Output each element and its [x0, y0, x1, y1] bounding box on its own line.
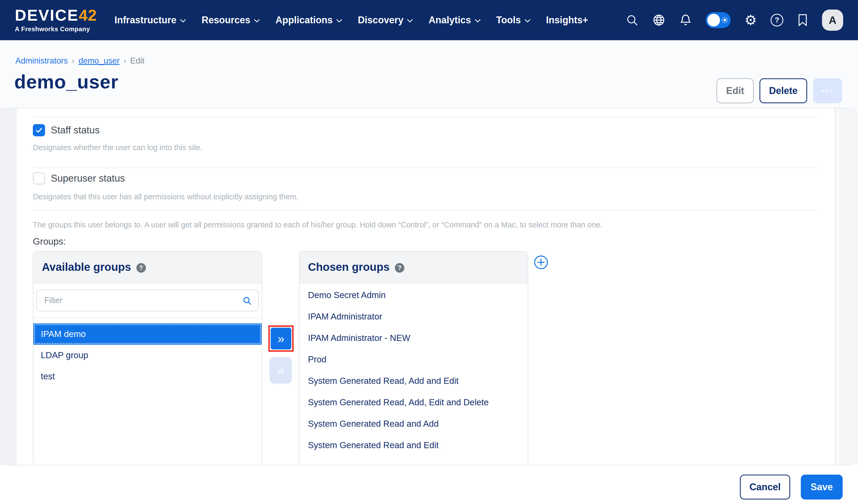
groups-label: Groups:: [33, 236, 820, 247]
chevron-down-icon: [475, 19, 481, 23]
nav-menu-item[interactable]: Infrastructure: [114, 15, 186, 26]
chevron-down-icon: [254, 19, 260, 23]
staff-status-section: Staff status Designates whether the user…: [33, 117, 820, 168]
chosen-group-option[interactable]: Prod: [300, 348, 528, 370]
chosen-group-option[interactable]: System Generated Read, Add, Edit and Del…: [300, 391, 528, 413]
available-group-option[interactable]: LDAP group: [33, 345, 261, 366]
form-footer: Cancel Save: [0, 465, 858, 504]
staff-status-row[interactable]: Staff status: [33, 124, 99, 136]
filter-search-icon[interactable]: [242, 296, 252, 307]
nav-menu-item[interactable]: Resources: [202, 15, 260, 26]
topbar-icons: ⚙ ? A: [626, 10, 843, 31]
groups-help-text: The groups this user belongs to. A user …: [33, 221, 820, 229]
filter-section: [33, 283, 261, 318]
click-target-annotation: »: [268, 325, 294, 352]
avatar-initial: A: [829, 14, 837, 26]
available-groups-title: Available groups: [42, 261, 131, 274]
chosen-groups-title: Chosen groups: [308, 261, 390, 274]
staff-status-label: Staff status: [51, 125, 99, 136]
available-groups-list: IPAM demo LDAP group test: [33, 318, 261, 387]
more-actions-button[interactable]: •••: [813, 78, 842, 103]
logo-wordmark: DEVICE42: [15, 7, 97, 23]
user-form-card: Staff status Designates whether the user…: [16, 109, 835, 465]
top-navbar: DEVICE42 A Freshworks Company Infrastruc…: [0, 0, 858, 40]
staff-status-checkbox[interactable]: [33, 124, 45, 136]
avatar[interactable]: A: [822, 10, 843, 31]
nav-menu-item[interactable]: Tools: [496, 15, 531, 26]
chosen-groups-panel: Chosen groups ? Demo Secret Admin IPAM A…: [299, 251, 528, 464]
chosen-groups-help-icon[interactable]: ?: [395, 263, 404, 273]
available-groups-help-icon[interactable]: ?: [137, 263, 146, 273]
groups-transfer-widget: Available groups ? IPAM demo: [17, 251, 820, 464]
chosen-group-option[interactable]: System Generated Read and Add: [300, 413, 528, 434]
delete-button[interactable]: Delete: [760, 78, 807, 103]
chosen-group-option[interactable]: System Generated Read and Edit: [300, 434, 528, 456]
chosen-groups-header: Chosen groups ?: [300, 251, 528, 283]
logo-tagline: A Freshworks Company: [15, 26, 97, 33]
move-to-chosen-button[interactable]: »: [271, 328, 291, 349]
chevron-down-icon: [407, 19, 413, 23]
superuser-status-checkbox[interactable]: [33, 172, 45, 184]
chevron-down-icon: [524, 19, 531, 23]
available-groups-header: Available groups ?: [33, 251, 261, 283]
available-group-option[interactable]: IPAM demo: [33, 324, 261, 345]
footer-divider: [7, 465, 851, 465]
nav-menu-item[interactable]: Insights+: [546, 15, 588, 26]
logo-number: 42: [79, 7, 97, 23]
staff-status-help: Designates whether the user can log into…: [33, 143, 820, 152]
chevron-down-icon: [336, 19, 343, 23]
device42-logo[interactable]: DEVICE42 A Freshworks Company: [15, 7, 97, 33]
gear-icon[interactable]: ⚙: [744, 13, 757, 27]
bookmark-icon[interactable]: [797, 14, 808, 27]
save-button[interactable]: Save: [801, 475, 843, 500]
page-title: demo_user: [14, 71, 118, 93]
available-group-option[interactable]: test: [33, 366, 261, 387]
superuser-status-label: Superuser status: [51, 173, 125, 184]
checkmark-icon: [35, 126, 43, 134]
add-group-button[interactable]: [534, 255, 549, 270]
filter-input[interactable]: [36, 290, 259, 311]
edit-button[interactable]: Edit: [717, 78, 754, 103]
chevron-down-icon: [180, 19, 186, 23]
chosen-group-option[interactable]: IPAM Administrator - NEW: [300, 327, 528, 348]
superuser-status-row[interactable]: Superuser status: [33, 172, 125, 184]
sun-icon: [721, 16, 729, 24]
breadcrumb-separator: ›: [72, 56, 75, 66]
footer-actions: Cancel Save: [740, 475, 843, 500]
main-nav: Infrastructure Resources Applications Di…: [114, 15, 588, 26]
screen: DEVICE42 A Freshworks Company Infrastruc…: [0, 0, 858, 504]
breadcrumb: Administrators › demo_user › Edit: [15, 56, 144, 66]
chosen-group-option[interactable]: Demo Secret Admin: [300, 284, 528, 306]
chosen-groups-list: Demo Secret Admin IPAM Administrator IPA…: [300, 283, 528, 456]
page-actions: Edit Delete •••: [717, 78, 842, 103]
breadcrumb-administrators[interactable]: Administrators: [15, 56, 68, 66]
superuser-status-section: Superuser status Designates that this us…: [33, 168, 820, 210]
bell-icon[interactable]: [679, 14, 692, 27]
globe-icon[interactable]: [652, 14, 666, 27]
move-to-available-button[interactable]: «: [270, 357, 292, 384]
search-icon[interactable]: [626, 14, 638, 27]
viewport-right-margin: [839, 109, 858, 465]
nav-menu-item[interactable]: Applications: [275, 15, 343, 26]
breadcrumb-separator: ›: [124, 56, 126, 66]
viewport-left-margin: [0, 109, 16, 465]
help-icon[interactable]: ?: [770, 14, 783, 27]
help-glyph: ?: [775, 16, 779, 25]
chosen-group-option[interactable]: IPAM Administrator: [300, 306, 528, 327]
logo-name: DEVICE: [15, 7, 79, 23]
vertical-scrollbar[interactable]: [835, 109, 839, 465]
breadcrumb-demo-user[interactable]: demo_user: [78, 56, 120, 66]
cancel-button[interactable]: Cancel: [740, 475, 790, 500]
nav-menu-item[interactable]: Analytics: [428, 15, 481, 26]
groups-section: The groups this user belongs to. A user …: [33, 210, 820, 464]
available-groups-panel: Available groups ? IPAM demo: [33, 251, 262, 464]
breadcrumb-current: Edit: [130, 56, 144, 66]
superuser-status-help: Designates that this user has all permis…: [33, 192, 820, 201]
chosen-group-option[interactable]: System Generated Read, Add and Edit: [300, 370, 528, 391]
toggle-knob-icon: [707, 14, 720, 27]
theme-toggle[interactable]: [706, 12, 731, 28]
nav-menu-item[interactable]: Discovery: [358, 15, 413, 26]
